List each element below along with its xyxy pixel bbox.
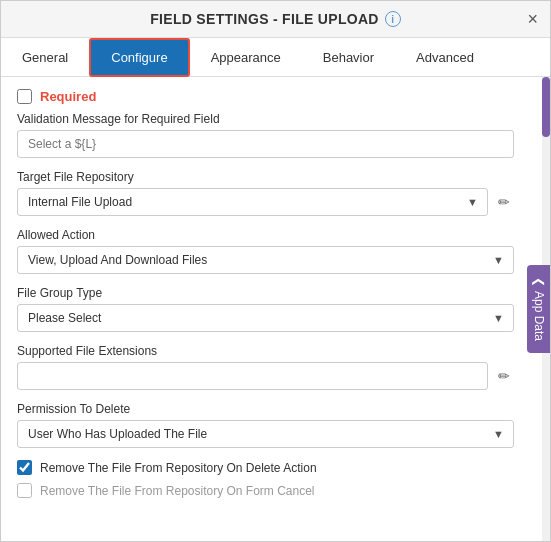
tab-behavior[interactable]: Behavior <box>302 38 395 77</box>
scrollbar-thumb[interactable] <box>542 77 550 137</box>
second-checkbox-row: Remove The File From Repository On Form … <box>17 483 514 498</box>
supported-extensions-wrapper <box>17 362 488 390</box>
permission-delete-row: Permission To Delete User Who Has Upload… <box>17 402 514 448</box>
form-content: Required Validation Message for Required… <box>17 89 534 498</box>
permission-delete-wrapper: User Who Has Uploaded The File ▼ <box>17 420 514 448</box>
modal-title: FIELD SETTINGS - FILE UPLOAD <box>150 11 379 27</box>
supported-extensions-field: ✏ <box>17 362 514 390</box>
required-label[interactable]: Required <box>40 89 96 104</box>
allowed-action-label: Allowed Action <box>17 228 514 242</box>
target-file-repo-label: Target File Repository <box>17 170 514 184</box>
target-file-repo-wrapper: Internal File Upload ▼ <box>17 188 488 216</box>
allowed-action-wrapper: View, Upload And Download Files ▼ <box>17 246 514 274</box>
supported-extensions-label: Supported File Extensions <box>17 344 514 358</box>
target-file-repo-select[interactable]: Internal File Upload <box>17 188 488 216</box>
tab-general[interactable]: General <box>1 38 89 77</box>
file-group-type-row: File Group Type Please Select ▼ <box>17 286 514 332</box>
modal: FIELD SETTINGS - FILE UPLOAD i × General… <box>0 0 551 542</box>
remove-file-label[interactable]: Remove The File From Repository On Delet… <box>40 461 317 475</box>
close-button[interactable]: × <box>527 10 538 28</box>
tab-configure[interactable]: Configure <box>89 38 189 77</box>
second-checkbox-label[interactable]: Remove The File From Repository On Form … <box>40 484 315 498</box>
file-group-type-select[interactable]: Please Select <box>17 304 514 332</box>
remove-file-checkbox[interactable] <box>17 460 32 475</box>
modal-header: FIELD SETTINGS - FILE UPLOAD i × <box>1 1 550 38</box>
supported-extensions-input[interactable] <box>17 362 488 390</box>
file-group-type-wrapper: Please Select ▼ <box>17 304 514 332</box>
permission-delete-select[interactable]: User Who Has Uploaded The File <box>17 420 514 448</box>
permission-delete-label: Permission To Delete <box>17 402 514 416</box>
supported-extensions-row: Supported File Extensions ✏ <box>17 344 514 390</box>
tab-appearance[interactable]: Appearance <box>190 38 302 77</box>
validation-message-input[interactable] <box>17 130 514 158</box>
info-icon[interactable]: i <box>385 11 401 27</box>
required-checkbox[interactable] <box>17 89 32 104</box>
remove-file-row: Remove The File From Repository On Delet… <box>17 460 514 475</box>
side-panel-arrow: ❮ <box>532 277 546 287</box>
allowed-action-row: Allowed Action View, Upload And Download… <box>17 228 514 274</box>
tabs-bar: General Configure Appearance Behavior Ad… <box>1 38 550 77</box>
file-group-type-label: File Group Type <box>17 286 514 300</box>
validation-message-row: Validation Message for Required Field <box>17 112 514 158</box>
target-file-repo-row: Target File Repository Internal File Upl… <box>17 170 514 216</box>
target-file-repo-edit-icon[interactable]: ✏ <box>494 190 514 214</box>
required-row: Required <box>17 89 514 104</box>
target-file-repo-field: Internal File Upload ▼ ✏ <box>17 188 514 216</box>
tab-advanced[interactable]: Advanced <box>395 38 495 77</box>
side-panel-label: App Data <box>532 291 546 341</box>
validation-message-label: Validation Message for Required Field <box>17 112 514 126</box>
allowed-action-select[interactable]: View, Upload And Download Files <box>17 246 514 274</box>
app-data-panel[interactable]: ❮ App Data <box>527 265 550 353</box>
second-checkbox[interactable] <box>17 483 32 498</box>
supported-extensions-edit-icon[interactable]: ✏ <box>494 364 514 388</box>
modal-body: Required Validation Message for Required… <box>1 77 550 541</box>
